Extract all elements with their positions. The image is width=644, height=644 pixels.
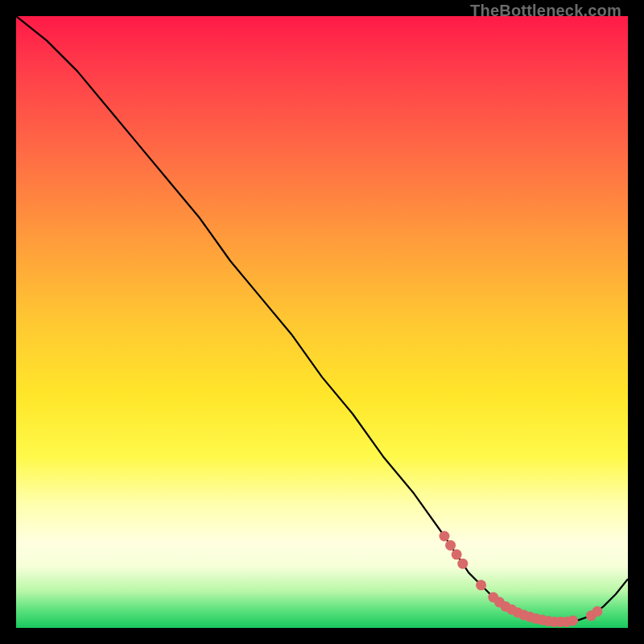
attribution-label: TheBottleneck.com bbox=[470, 2, 621, 20]
highlight-point bbox=[457, 559, 468, 569]
curve-path bbox=[16, 16, 628, 621]
highlight-point bbox=[592, 606, 603, 617]
highlight-point bbox=[452, 549, 462, 559]
chart-svg bbox=[16, 16, 628, 628]
highlight-point bbox=[568, 615, 578, 625]
highlight-point bbox=[476, 580, 486, 590]
highlight-point bbox=[440, 531, 450, 542]
chart-frame bbox=[16, 16, 628, 628]
highlight-point bbox=[445, 540, 456, 551]
points-layer bbox=[440, 531, 603, 627]
curve-layer bbox=[16, 16, 628, 621]
plot-area bbox=[16, 16, 628, 628]
